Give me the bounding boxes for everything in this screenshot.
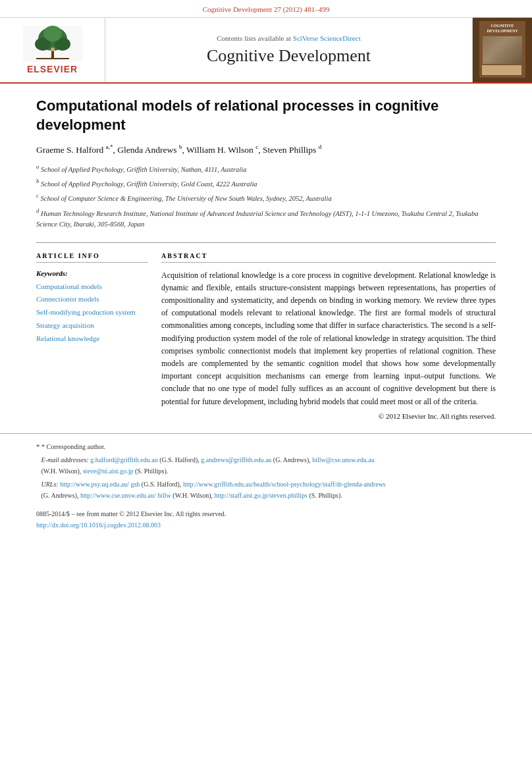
thumb-image-bottom (482, 65, 521, 75)
copyright: © 2012 Elsevier Inc. All rights reserved… (161, 412, 496, 420)
thumb-title: COGNITIVEDEVELOPMENT (482, 24, 523, 34)
elsevier-tree-icon (23, 26, 82, 62)
keyword-5: Relational knowledge (36, 332, 148, 346)
abstract-col: ABSTRACT Acquisition of relational knowl… (161, 252, 496, 420)
abstract-text: Acquisition of relational knowledge is a… (161, 269, 496, 408)
journal-thumbnail: COGNITIVEDEVELOPMENT (473, 18, 532, 82)
keyword-2: Connectionist models (36, 293, 148, 306)
sciverse-link[interactable]: SciVerse ScienceDirect (293, 34, 361, 42)
keyword-3: Self-modifying production system (36, 306, 148, 319)
doi-link[interactable]: http://dx.doi.org/10.1016/j.cogdev.2012.… (36, 521, 161, 529)
email-line: E-mail addresses: g.halford@griffith.edu… (36, 454, 496, 477)
email-andrews[interactable]: g.andrews@griffith.edu.au (201, 456, 271, 463)
journal-title-area: Contents lists available at SciVerse Sci… (105, 18, 473, 82)
url-andrews[interactable]: http://www.griffith.edu.au/health/school… (183, 481, 386, 488)
email-phillips[interactable]: steve@ni.aist.go.jp (83, 467, 134, 475)
url-phillips[interactable]: http://staff.aist.go.jp/steven.phillips (215, 492, 307, 499)
sciverse-text: Contents lists available at SciVerse Sci… (217, 34, 360, 42)
authors-line: Graeme S. Halford a,*, Glenda Andrews b,… (36, 144, 496, 155)
url-wilson[interactable]: http://www.cse.unsw.edu.au/ billw (80, 492, 171, 499)
thumb-image (483, 36, 522, 64)
svg-point-5 (43, 26, 62, 41)
bottom-footer: 0885-2014/$ – see front matter © 2012 El… (0, 503, 532, 537)
elsevier-brand: ELSEVIER (27, 64, 78, 74)
top-header: Cognitive Development 27 (2012) 481–499 (0, 0, 532, 18)
url-halford[interactable]: http://www.psy.uq.edu.au/ gsh (60, 481, 140, 488)
elsevier-logo: ELSEVIER (0, 18, 105, 82)
keywords-label: Keywords: (36, 269, 148, 277)
paper-title: Computational models of relational proce… (36, 97, 496, 134)
corresponding-label: * * Corresponding author. (36, 440, 496, 453)
abstract-label: ABSTRACT (161, 252, 496, 263)
keyword-1: Computational models (36, 280, 148, 294)
affiliations: a School of Applied Psychology, Griffith… (36, 162, 496, 230)
svg-rect-1 (51, 51, 54, 59)
article-info-label: ARTICLE INFO (36, 252, 148, 263)
email-wilson[interactable]: billw@cse.unsw.edu.au (312, 456, 374, 463)
journal-header: ELSEVIER Contents lists available at Sci… (0, 18, 532, 84)
article-info-col: ARTICLE INFO Keywords: Computational mod… (36, 252, 148, 420)
journal-main-title: Cognitive Development (207, 46, 371, 66)
svg-point-6 (51, 47, 55, 51)
keyword-4: Strategy acquisition (36, 319, 148, 332)
email-halford[interactable]: g.halford@griffith.edu.au (90, 456, 158, 463)
urls-line: URLs: http://www.psy.uq.edu.au/ gsh (G.S… (36, 479, 496, 501)
